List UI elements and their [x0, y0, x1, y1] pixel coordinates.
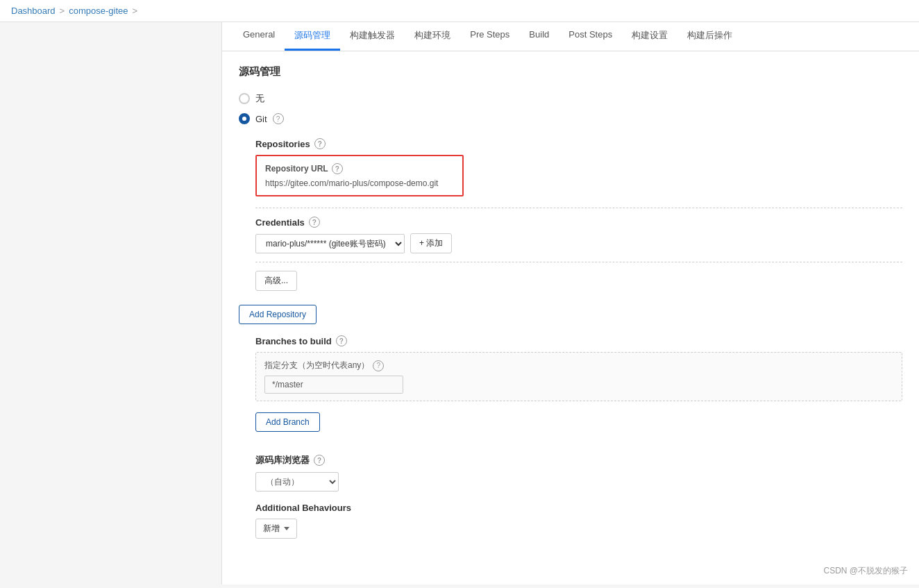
credentials-label: Credentials ?	[255, 217, 902, 228]
content-area: General 源码管理 构建触发器 构建环境 Pre Steps Build …	[222, 22, 919, 585]
repository-url-label: Repository URL ?	[265, 163, 454, 174]
source-browser-help-icon[interactable]: ?	[314, 455, 325, 466]
branches-box: 指定分支（为空时代表any） ?	[255, 352, 902, 401]
radio-none[interactable]: 无	[239, 92, 902, 105]
radio-none-circle	[239, 93, 250, 104]
page-body: 源码管理 无 Git ? Repositories ?	[222, 51, 919, 564]
repositories-help-icon[interactable]: ?	[314, 138, 326, 149]
branch-specifier-label: 指定分支（为空时代表any） ?	[264, 360, 893, 371]
additional-behaviours-section: Additional Behaviours 新增	[255, 503, 902, 539]
git-help-icon[interactable]: ?	[273, 113, 284, 124]
dashed-sep-1	[255, 208, 902, 208]
add-branch-button[interactable]: Add Branch	[255, 412, 320, 432]
repository-url-box: Repository URL ? https://gitee.com/mario…	[255, 155, 464, 196]
breadcrumb-sep2: >	[132, 6, 137, 16]
dashed-sep-2	[255, 262, 902, 262]
breadcrumb-dashboard[interactable]: Dashboard	[11, 6, 56, 16]
credentials-row: mario-plus/****** (gitee账号密码) + 添加	[255, 233, 902, 253]
repositories-section: Repositories ? Repository URL ? https://…	[255, 138, 902, 291]
source-browser-label: 源码库浏览器 ?	[255, 454, 902, 467]
watermark: CSDN @不脱发的猴子	[823, 565, 908, 577]
repository-url-value[interactable]: https://gitee.com/mario-plus/compose-dem…	[265, 178, 454, 188]
breadcrumb-sep1: >	[60, 6, 65, 16]
branch-specifier-help-icon[interactable]: ?	[373, 360, 384, 371]
add-repository-button[interactable]: Add Repository	[239, 305, 317, 324]
tab-build-settings[interactable]: 构建设置	[622, 22, 677, 51]
credentials-dropdown[interactable]: mario-plus/****** (gitee账号密码)	[255, 234, 405, 253]
tab-pre-steps[interactable]: Pre Steps	[460, 22, 519, 51]
tab-build-env[interactable]: 构建环境	[405, 22, 460, 51]
tabs-bar: General 源码管理 构建触发器 构建环境 Pre Steps Build …	[222, 22, 919, 51]
radio-git-label: Git	[255, 114, 267, 124]
branches-help-icon[interactable]: ?	[336, 335, 347, 346]
tab-general[interactable]: General	[233, 22, 285, 51]
tab-post-steps[interactable]: Post Steps	[559, 22, 622, 51]
tab-build[interactable]: Build	[519, 22, 559, 51]
radio-git[interactable]: Git ?	[239, 113, 902, 124]
dropdown-caret-icon	[284, 527, 289, 530]
radio-group: 无 Git ?	[239, 92, 902, 124]
branches-to-build-label: Branches to build ?	[255, 335, 902, 346]
advanced-button[interactable]: 高级...	[255, 271, 297, 291]
credentials-help-icon[interactable]: ?	[309, 217, 320, 228]
new-dropdown-button[interactable]: 新增	[255, 519, 297, 539]
tab-build-trigger[interactable]: 构建触发器	[340, 22, 405, 51]
repo-url-help-icon[interactable]: ?	[332, 163, 343, 174]
add-credentials-button[interactable]: + 添加	[410, 233, 452, 253]
branch-input[interactable]	[264, 376, 403, 394]
sidebar	[0, 22, 222, 585]
tab-source-mgmt[interactable]: 源码管理	[285, 22, 340, 51]
branches-section: Branches to build ? 指定分支（为空时代表any） ? Add…	[255, 335, 902, 443]
tab-post-build[interactable]: 构建后操作	[677, 22, 742, 51]
additional-behaviours-label: Additional Behaviours	[255, 503, 902, 513]
breadcrumb-project[interactable]: compose-gitee	[69, 6, 128, 16]
page-title: 源码管理	[239, 65, 902, 78]
source-browser-section: 源码库浏览器 ? （自动）	[255, 454, 902, 492]
breadcrumb-bar: Dashboard > compose-gitee >	[0, 0, 919, 22]
radio-git-circle	[239, 113, 250, 124]
source-browser-dropdown[interactable]: （自动）	[255, 472, 339, 492]
repositories-label: Repositories ?	[255, 138, 902, 149]
radio-none-label: 无	[255, 92, 264, 105]
